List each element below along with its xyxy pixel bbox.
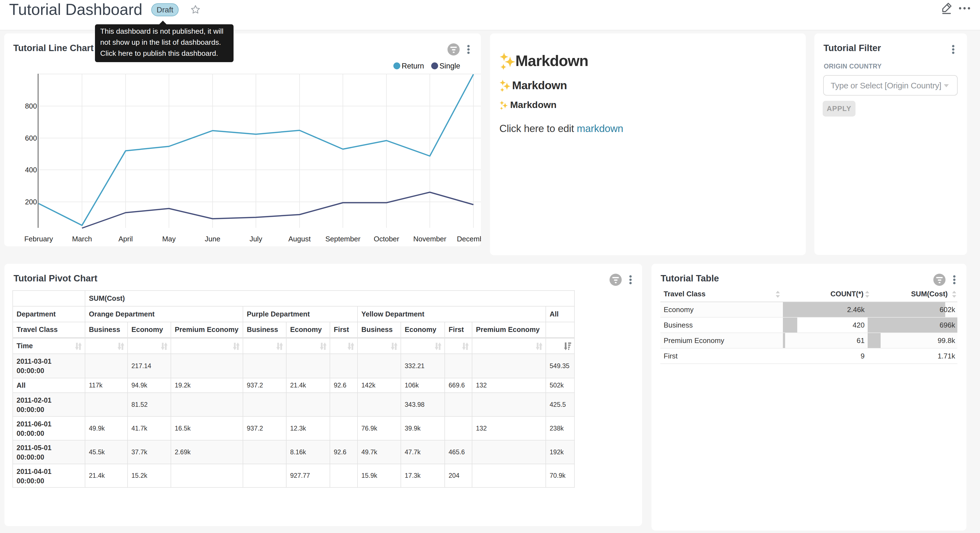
svg-text:800: 800 [25, 102, 37, 110]
svg-text:November: November [413, 235, 446, 243]
svg-text:December: December [457, 235, 481, 243]
svg-text:June: June [205, 235, 220, 243]
svg-text:August: August [288, 235, 311, 243]
svg-text:200: 200 [25, 198, 37, 206]
svg-text:400: 400 [25, 166, 37, 174]
svg-text:September: September [325, 235, 361, 243]
svg-text:March: March [72, 235, 92, 243]
svg-text:October: October [374, 235, 399, 243]
svg-text:May: May [162, 235, 176, 243]
svg-text:April: April [118, 235, 133, 243]
svg-text:600: 600 [25, 134, 37, 142]
svg-text:July: July [250, 235, 262, 243]
svg-text:February: February [24, 235, 53, 243]
